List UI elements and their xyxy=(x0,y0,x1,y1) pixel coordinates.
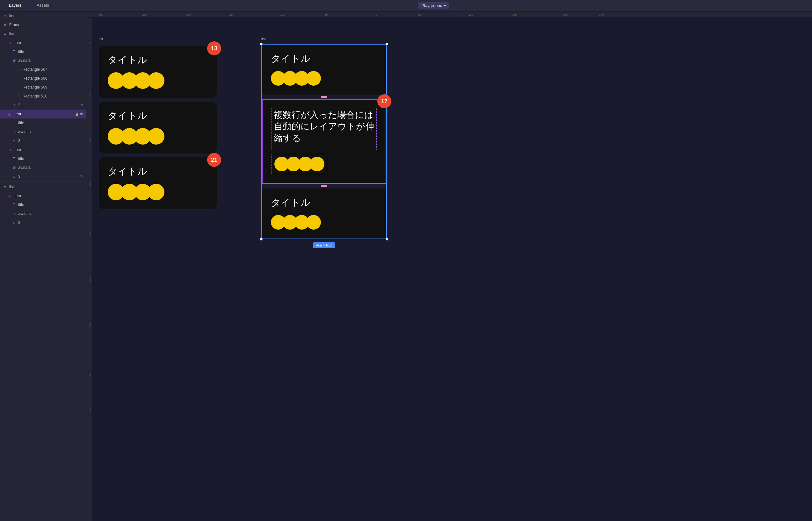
layer-item-item-1[interactable]: ◇item xyxy=(0,38,86,47)
layer-label-item-1: item xyxy=(14,41,83,45)
layer-item-avatars-3[interactable]: ⊞avatars xyxy=(0,163,86,172)
layer-icon-component: ◇ xyxy=(7,40,12,45)
tab-assets[interactable]: Assets xyxy=(31,3,54,8)
canvas-scroll[interactable]: list 13 タイトル タイトル xyxy=(92,18,812,521)
corner-tl xyxy=(260,43,263,45)
layer-label-item-2: item xyxy=(14,112,75,116)
layer-item-rect510[interactable]: ○Rectangle 510 xyxy=(0,92,86,100)
eye-icon[interactable]: 👁 xyxy=(80,112,83,116)
corner-tr xyxy=(386,43,388,45)
layer-item-item-2[interactable]: ◇item🔒👁 xyxy=(0,110,86,118)
ruler-mark--200: -200 xyxy=(185,13,191,16)
card-right-2-wrapper: 17 複数行が入った場合には自動的にレイアウトが伸縮する xyxy=(262,99,386,184)
layer-icon-text: T xyxy=(12,156,17,161)
canvas-area[interactable]: -300-250-200-150-100-50050100150200240 5… xyxy=(86,12,812,521)
left-list-label: list xyxy=(99,37,217,41)
layer-item-avatars-4[interactable]: ⊞avatars xyxy=(0,209,86,218)
corner-br xyxy=(386,238,388,241)
layer-icon-text: T xyxy=(12,202,17,207)
layer-item-list-1[interactable]: ≡list xyxy=(0,29,86,38)
layer-label-num-3-2: 3 xyxy=(18,138,83,143)
layer-item-item-4[interactable]: ◇item xyxy=(0,191,86,200)
layer-icon-frame: # xyxy=(3,22,8,27)
card-left-1-avatars xyxy=(108,72,208,89)
card-left-2-avatars xyxy=(108,128,208,144)
corner-bl xyxy=(260,238,263,241)
layer-label-title-3: title xyxy=(18,156,83,161)
avatar xyxy=(148,128,164,144)
topbar-center: Playground ▾ xyxy=(59,2,808,9)
vruler-mark-350: 350 xyxy=(89,323,92,327)
card-right-2-title: 複数行が入った場合には自動的にレイアウトが伸縮する xyxy=(274,109,374,144)
scroll-arrow-icon: ↻ xyxy=(80,103,83,107)
lock-icon[interactable]: 🔒 xyxy=(75,112,79,116)
vruler-mark-200: 200 xyxy=(89,182,92,186)
layer-icon-component: ◇ xyxy=(12,138,17,143)
layer-icon-component: ◇ xyxy=(3,14,8,19)
sidebar: ◇item#Frame≡list◇itemTtitle⊞avatars○Rect… xyxy=(0,12,86,521)
card-right-1: タイトル xyxy=(262,45,386,95)
layer-item-title-2[interactable]: Ttitle xyxy=(0,118,86,128)
layer-item-rect508[interactable]: ○Rectangle 508 xyxy=(0,74,86,83)
badge-13: 13 xyxy=(207,41,221,55)
ruler-top: -300-250-200-150-100-50050100150200240 xyxy=(86,12,812,18)
layer-item-item-3[interactable]: ◇item xyxy=(0,145,86,154)
layer-item-num-3-2[interactable]: ◇3 xyxy=(0,136,86,145)
layer-item-list-2[interactable]: ≡list xyxy=(0,182,86,191)
card-left-3: 21 タイトル xyxy=(99,157,217,209)
layer-icon-rect: ○ xyxy=(16,94,21,99)
vruler-mark-250: 250 xyxy=(89,232,92,236)
layer-icon-text: T xyxy=(12,120,17,126)
layer-label-frame: Frame xyxy=(9,23,83,27)
ruler-mark-50: 50 xyxy=(418,13,422,16)
layer-item-item-root-1[interactable]: ◇item xyxy=(0,12,86,20)
layer-item-rect507[interactable]: ○Rectangle 507 xyxy=(0,65,86,74)
card-left-3-title: タイトル xyxy=(108,165,208,178)
layer-icon-component: ◇ xyxy=(12,174,17,179)
layer-icon-layout: ⊞ xyxy=(12,165,17,170)
layer-label-item-root-1: item xyxy=(9,14,83,18)
layer-item-num-3-1[interactable]: ◇3↻ xyxy=(0,100,86,110)
vruler-mark-50: 50 xyxy=(89,42,92,45)
vruler-mark-300: 300 xyxy=(89,277,92,281)
layer-icon-layout: ⊞ xyxy=(12,129,17,134)
layer-item-title-3[interactable]: Ttitle xyxy=(0,154,86,163)
layer-icon-list: ≡ xyxy=(3,184,8,189)
ruler-mark--100: -100 xyxy=(279,13,285,16)
ruler-mark--150: -150 xyxy=(228,13,234,16)
layer-label-title-2: title xyxy=(18,121,83,125)
layer-label-title-1: title xyxy=(18,49,83,54)
project-title-button[interactable]: Playground ▾ xyxy=(418,2,449,9)
layer-item-title-4[interactable]: Ttitle xyxy=(0,200,86,209)
layer-icon-rect: ○ xyxy=(16,76,21,81)
layer-icon-text: T xyxy=(12,49,17,54)
sidebar-layers-list: ◇item#Frame≡list◇itemTtitle⊞avatars○Rect… xyxy=(0,12,86,227)
layer-label-avatars-4: avatars xyxy=(18,211,83,216)
card-right-1-avatars xyxy=(271,71,377,86)
avatar xyxy=(306,71,321,86)
selection-frame: タイトル xyxy=(261,44,387,239)
card-left-3-avatars xyxy=(108,184,208,200)
layer-item-frame[interactable]: #Frame xyxy=(0,20,86,29)
right-column-wrapper: タイトル xyxy=(261,44,387,239)
layer-item-num-3-4[interactable]: ◇3 xyxy=(0,218,86,227)
layer-item-avatars-1[interactable]: ⊞avatars xyxy=(0,56,86,65)
card-right-3: タイトル xyxy=(262,188,386,239)
layer-item-avatars-2[interactable]: ⊞avatars xyxy=(0,128,86,136)
ruler-mark--250: -250 xyxy=(141,13,147,16)
layer-label-avatars-2: avatars xyxy=(18,130,83,134)
layer-icon-component: ◇ xyxy=(7,193,12,198)
layer-label-num-3-4: 3 xyxy=(18,220,83,225)
project-title-label: Playground xyxy=(421,3,442,8)
card-right-3-avatars xyxy=(271,215,377,230)
layer-label-rect508: Rectangle 508 xyxy=(23,76,83,81)
right-list-label: list xyxy=(261,37,387,41)
topbar: Layers Assets Playground ▾ xyxy=(0,0,812,12)
layer-item-num-3-3[interactable]: ◇3↻ xyxy=(0,172,86,181)
layer-item-rect509[interactable]: ○Rectangle 509 xyxy=(0,83,86,92)
layer-actions: 🔒👁 xyxy=(75,112,83,116)
layer-item-title-1[interactable]: Ttitle xyxy=(0,47,86,56)
avatar xyxy=(306,215,321,230)
tab-layers[interactable]: Layers xyxy=(4,3,26,8)
pink-handle-2 xyxy=(321,185,327,187)
